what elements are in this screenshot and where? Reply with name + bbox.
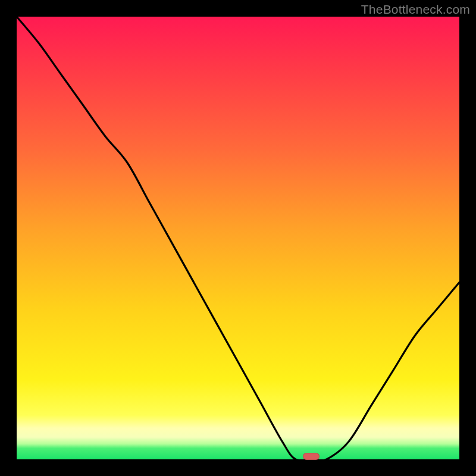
chart-frame: TheBottleneck.com (0, 0, 476, 476)
bottleneck-curve (17, 17, 459, 459)
optimal-point-marker (303, 453, 320, 460)
watermark-text: TheBottleneck.com (361, 2, 470, 17)
plot-area (17, 17, 459, 459)
